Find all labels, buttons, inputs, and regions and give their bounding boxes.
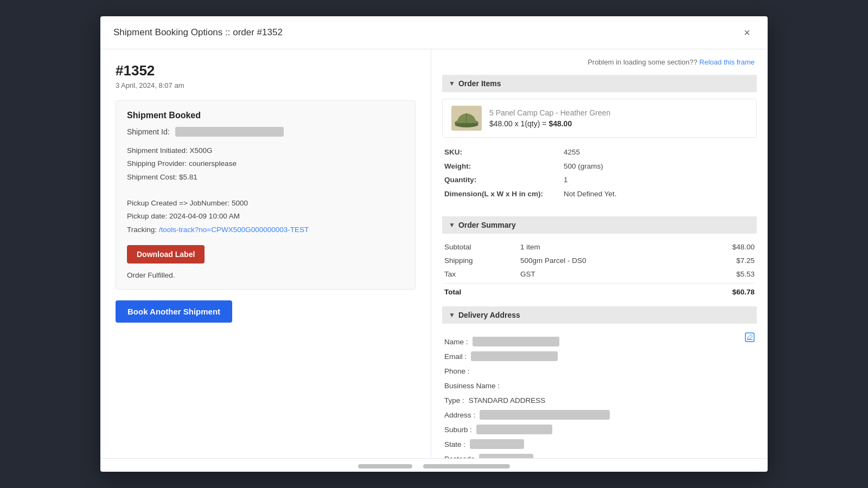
suburb-row: Suburb : [444,422,755,437]
order-items-section: ▼ Order Items [442,75,757,209]
summary-row-tax: Tax GST $5.53 [444,267,755,281]
postcode-redacted [479,454,533,458]
name-row: Name : [444,335,755,349]
email-redacted [471,351,558,361]
svg-rect-2 [745,333,754,342]
summary-row-shipping: Shipping 500gm Parcel - DS0 $7.25 [444,254,755,267]
footer-scrollbar-thumb2 [423,464,510,468]
right-panel: Problem in loading some section?? Reload… [431,49,768,458]
delivery-address-title: Delivery Address [458,311,520,319]
quantity-row: Quantity: 1 [444,173,755,187]
order-items-arrow: ▼ [449,80,455,87]
book-another-shipment-button[interactable]: Book Another Shipment [116,300,232,323]
summary-table: Subtotal 1 item $48.00 Shipping 500gm Pa… [442,240,757,299]
close-button[interactable]: × [739,25,755,40]
pickup-created-row: Pickup Created => JobNumber: 5000 [127,197,404,210]
shipment-id-label: Shipment Id: [127,127,170,136]
phone-row: Phone : [444,364,755,378]
download-label-button[interactable]: Download Label [127,245,205,264]
address-row: Address : [444,408,755,422]
shipment-initiated-row: Shipment Initiated: X500G [127,144,404,157]
delivery-address-header: ▼ Delivery Address [442,306,757,324]
pickup-date-row: Pickup date: 2024-04-09 10:00 AM [127,210,404,223]
order-summary-section: ▼ Order Summary Subtotal 1 item $48.00 S… [442,216,757,299]
order-summary-header: ▼ Order Summary [442,216,757,234]
product-name: 5 Panel Camp Cap - Heather Green [489,108,748,117]
shipment-details: Shipment Initiated: X500G Shipping Provi… [127,144,404,236]
sku-row: SKU: 4255 [444,145,755,159]
delivery-address-section: ▼ Delivery Address Name : [442,306,757,458]
tracking-link[interactable]: /tools-track?no=CPWX500G000000003-TEST [159,226,309,234]
address-form: Name : Email : Phone : Business Name : [442,330,757,458]
footer-scrollbar-thumb1 [358,464,412,468]
order-summary-arrow: ▼ [449,221,455,229]
type-row: Type : STANDARD ADDRESS [444,393,755,408]
modal-dialog: Shipment Booking Options :: order #1352 … [100,16,768,472]
shipment-booked-section: Shipment Booked Shipment Id: Shipment In… [116,100,416,290]
shipment-cost-row: Shipment Cost: $5.81 [127,171,404,184]
order-items-header: ▼ Order Items [442,75,757,92]
reload-frame-link[interactable]: Reload this frame [699,58,755,66]
weight-row: Weight: 500 (grams) [444,159,755,174]
modal-title: Shipment Booking Options :: order #1352 [113,27,283,38]
order-summary-title: Order Summary [458,221,516,229]
product-price: $48.00 x 1(qty) = $48.00 [489,119,748,128]
tracking-row: Tracking: /tools-track?no=CPWX500G000000… [127,223,404,236]
modal-footer-scrollbar [100,458,768,472]
product-image [451,106,482,131]
postcode-row: Postcode [444,452,755,458]
address-redacted [480,410,610,420]
order-item-card: 5 Panel Camp Cap - Heather Green $48.00 … [442,99,757,138]
state-redacted [470,439,524,449]
modal-header: Shipment Booking Options :: order #1352 … [100,16,768,49]
summary-row-total: Total $60.78 [444,283,755,299]
name-redacted [473,337,559,346]
shipment-id-row: Shipment Id: [127,127,404,137]
left-panel: #1352 3 April, 2024, 8:07 am Shipment Bo… [100,49,431,458]
modal-body: #1352 3 April, 2024, 8:07 am Shipment Bo… [100,49,768,458]
dimension-row: Dimension(L x W x H in cm): Not Defined … [444,187,755,201]
state-row: State : [444,437,755,452]
email-row: Email : [444,349,755,364]
problem-bar: Problem in loading some section?? Reload… [442,58,757,66]
suburb-redacted [476,425,552,434]
summary-row-subtotal: Subtotal 1 item $48.00 [444,240,755,254]
delivery-address-arrow: ▼ [449,311,455,319]
order-number: #1352 [116,62,416,79]
shipment-id-redacted [175,127,284,137]
order-date: 3 April, 2024, 8:07 am [116,81,416,89]
order-items-title: Order Items [458,79,501,88]
shipping-provider-row: Shipping Provider: couriersplease [127,157,404,170]
shipment-booked-title: Shipment Booked [127,111,404,120]
order-fulfilled-text: Order Fulfilled. [127,271,404,279]
business-name-row: Business Name : [444,378,755,393]
modal-overlay: Shipment Booking Options :: order #1352 … [0,0,868,488]
edit-address-button[interactable] [745,332,755,345]
item-details: SKU: 4255 Weight: 500 (grams) Quantity: … [442,145,757,209]
product-info: 5 Panel Camp Cap - Heather Green $48.00 … [489,108,748,128]
